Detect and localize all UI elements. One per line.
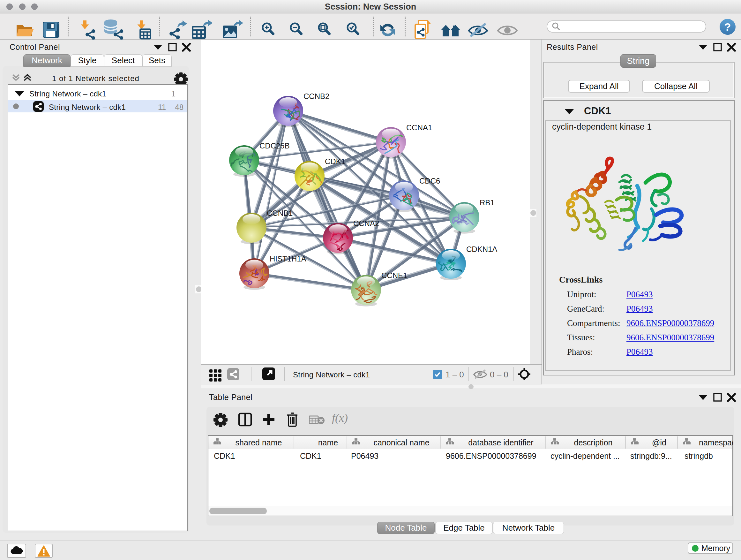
svg-text:CCNB1: CCNB1 — [267, 209, 293, 217]
svg-text:CDK1: CDK1 — [325, 157, 345, 166]
svg-text:CCNA1: CCNA1 — [406, 123, 432, 132]
svg-text:RB1: RB1 — [480, 198, 495, 207]
svg-text:CDC25B: CDC25B — [259, 141, 290, 150]
svg-text:CCNB2: CCNB2 — [304, 92, 329, 101]
svg-text:CCNE1: CCNE1 — [381, 271, 407, 280]
svg-text:CDC6: CDC6 — [419, 177, 440, 185]
svg-text:CCNA2: CCNA2 — [353, 219, 379, 228]
svg-text:CDKN1A: CDKN1A — [466, 245, 497, 253]
svg-text:HIST1H1A: HIST1H1A — [270, 254, 307, 263]
